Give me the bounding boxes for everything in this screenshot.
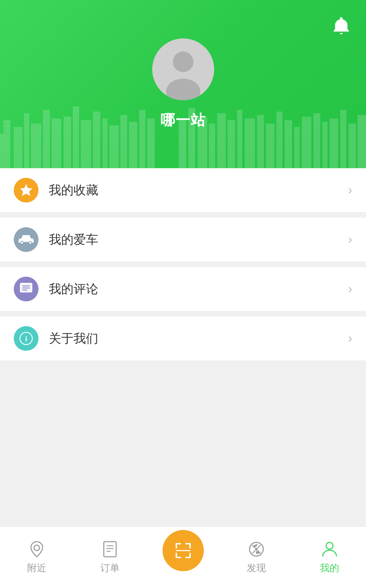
svg-point-62 — [255, 548, 258, 551]
discover-icon — [247, 540, 265, 558]
svg-rect-17 — [120, 115, 127, 168]
car-icon — [19, 234, 34, 245]
svg-rect-10 — [4, 132, 6, 134]
svg-rect-24 — [209, 124, 215, 168]
svg-rect-33 — [294, 127, 300, 168]
car-label: 我的爱车 — [49, 231, 348, 248]
svg-rect-29 — [257, 115, 264, 168]
favorites-icon-wrap — [14, 178, 38, 203]
svg-rect-11 — [64, 117, 71, 168]
cityscape-decoration — [0, 100, 366, 168]
scan-icon — [172, 540, 194, 562]
nav-item-discover[interactable]: 发现 — [220, 540, 293, 575]
svg-rect-30 — [266, 124, 275, 168]
svg-rect-3 — [24, 113, 29, 168]
menu-group-car: 我的爱车 › — [0, 218, 366, 262]
svg-rect-28 — [245, 118, 255, 168]
svg-rect-6 — [52, 118, 61, 168]
svg-point-55 — [34, 545, 40, 551]
svg-rect-34 — [302, 117, 311, 168]
nav-spacer — [0, 366, 366, 435]
car-chevron: › — [348, 232, 352, 247]
svg-line-65 — [258, 545, 260, 548]
about-chevron: › — [348, 331, 352, 346]
svg-rect-2 — [14, 127, 22, 168]
svg-rect-27 — [237, 110, 242, 168]
svg-rect-1 — [3, 120, 10, 168]
mine-label: 我的 — [320, 562, 339, 575]
menu-item-comments[interactable]: 我的评论 › — [0, 267, 366, 311]
svg-rect-26 — [228, 120, 235, 168]
scanner-button[interactable] — [163, 530, 204, 571]
location-icon — [28, 540, 46, 558]
menu-item-favorites[interactable]: 我的收藏 › — [0, 168, 366, 212]
svg-rect-14 — [93, 112, 100, 168]
comments-chevron: › — [348, 282, 352, 296]
svg-point-46 — [29, 241, 32, 244]
svg-rect-36 — [322, 122, 328, 168]
svg-rect-25 — [217, 113, 226, 168]
svg-point-67 — [326, 542, 333, 549]
menu-item-about[interactable]: i 关于我们 › — [0, 316, 366, 360]
svg-rect-15 — [102, 118, 108, 168]
svg-rect-16 — [109, 125, 119, 168]
svg-rect-12 — [73, 106, 79, 168]
nav-item-scanner[interactable] — [146, 530, 220, 575]
svg-point-45 — [21, 241, 23, 244]
menu-item-car[interactable]: 我的爱车 › — [0, 218, 366, 262]
menu-group-comments: 我的评论 › — [0, 267, 366, 311]
svg-rect-39 — [348, 124, 356, 168]
orders-label: 订单 — [100, 562, 120, 575]
svg-rect-31 — [276, 112, 282, 168]
comments-label: 我的评论 — [49, 281, 348, 298]
star-icon — [19, 183, 33, 197]
username: 哪一站 — [160, 111, 206, 130]
info-icon-wrap: i — [14, 326, 38, 351]
car-icon-wrap — [14, 227, 38, 252]
svg-marker-44 — [20, 184, 32, 196]
svg-rect-19 — [139, 110, 145, 168]
svg-rect-8 — [4, 124, 6, 125]
notification-bell[interactable] — [334, 17, 349, 37]
svg-text:i: i — [25, 334, 27, 343]
avatar-silhouette — [152, 38, 214, 100]
avatar[interactable] — [152, 38, 214, 100]
discover-label: 发现 — [247, 562, 266, 575]
svg-rect-35 — [313, 113, 320, 168]
svg-rect-7 — [34, 130, 41, 168]
about-label: 关于我们 — [49, 330, 348, 347]
person-icon — [321, 540, 338, 558]
comment-icon-wrap — [14, 277, 38, 301]
favorites-label: 我的收藏 — [49, 182, 348, 199]
comment-icon — [19, 282, 33, 296]
svg-rect-5 — [43, 110, 50, 168]
nav-item-nearby[interactable]: 附近 — [0, 540, 73, 575]
svg-rect-56 — [104, 542, 116, 557]
nav-item-orders[interactable]: 订单 — [73, 540, 146, 575]
svg-rect-18 — [129, 122, 137, 168]
info-icon: i — [19, 332, 33, 345]
svg-rect-40 — [357, 115, 366, 168]
nav-item-mine[interactable]: 我的 — [293, 540, 366, 575]
svg-point-42 — [173, 51, 193, 72]
profile-header: 哪一站 — [0, 0, 366, 168]
svg-rect-9 — [4, 128, 6, 129]
menu-group-about: i 关于我们 › — [0, 316, 366, 360]
svg-rect-13 — [81, 120, 91, 168]
order-icon — [102, 540, 118, 558]
svg-line-66 — [252, 551, 255, 553]
svg-rect-20 — [147, 118, 155, 168]
svg-rect-37 — [330, 118, 338, 168]
bottom-nav: 附近 订单 — [0, 526, 366, 588]
menu-group-favorites: 我的收藏 › — [0, 168, 366, 212]
menu-sections: 我的收藏 › 我的爱车 › — [0, 168, 366, 360]
svg-rect-38 — [340, 110, 346, 168]
nearby-label: 附近 — [27, 562, 46, 575]
svg-rect-32 — [285, 120, 292, 168]
favorites-chevron: › — [348, 183, 352, 197]
